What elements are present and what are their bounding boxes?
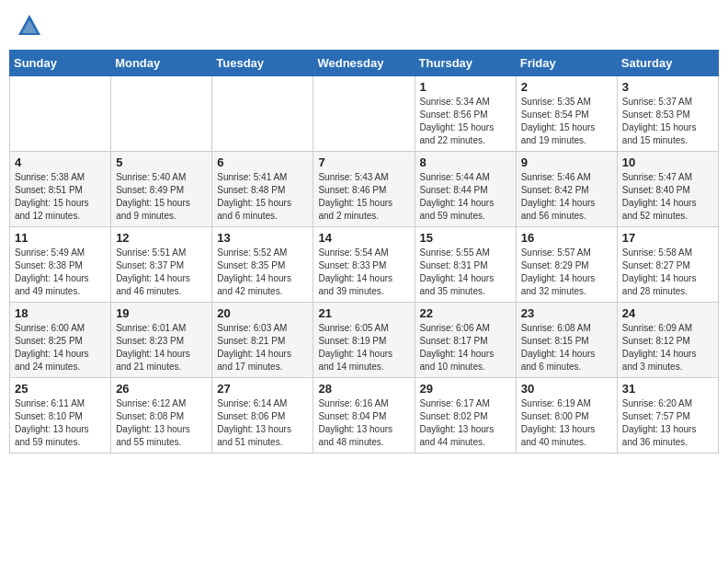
day-number: 24	[622, 306, 713, 320]
logo	[17, 13, 46, 39]
day-number: 14	[318, 231, 409, 245]
day-number: 2	[521, 80, 612, 94]
calendar-cell: 6Sunrise: 5:41 AM Sunset: 8:48 PM Daylig…	[212, 152, 313, 227]
calendar-cell: 27Sunrise: 6:14 AM Sunset: 8:06 PM Dayli…	[212, 378, 313, 454]
day-number: 17	[622, 231, 713, 245]
calendar-cell: 30Sunrise: 6:19 AM Sunset: 8:00 PM Dayli…	[516, 378, 617, 454]
day-number: 11	[15, 231, 106, 245]
day-info: Sunrise: 6:11 AM Sunset: 8:10 PM Dayligh…	[15, 397, 106, 449]
calendar-cell: 3Sunrise: 5:37 AM Sunset: 8:53 PM Daylig…	[617, 76, 718, 152]
day-number: 3	[622, 80, 713, 94]
day-number: 16	[521, 231, 612, 245]
day-number: 13	[217, 231, 308, 245]
day-info: Sunrise: 6:12 AM Sunset: 8:08 PM Dayligh…	[116, 397, 207, 449]
calendar-week-row: 11Sunrise: 5:49 AM Sunset: 8:38 PM Dayli…	[10, 227, 719, 303]
calendar-cell: 18Sunrise: 6:00 AM Sunset: 8:25 PM Dayli…	[10, 303, 111, 378]
calendar-body: 1Sunrise: 5:34 AM Sunset: 8:56 PM Daylig…	[10, 76, 719, 454]
day-number: 23	[521, 306, 612, 320]
day-info: Sunrise: 5:38 AM Sunset: 8:51 PM Dayligh…	[15, 171, 106, 223]
calendar-table: SundayMondayTuesdayWednesdayThursdayFrid…	[9, 50, 719, 454]
calendar-cell: 21Sunrise: 6:05 AM Sunset: 8:19 PM Dayli…	[313, 303, 415, 378]
calendar-cell: 10Sunrise: 5:47 AM Sunset: 8:40 PM Dayli…	[617, 152, 718, 227]
day-info: Sunrise: 6:08 AM Sunset: 8:15 PM Dayligh…	[521, 322, 612, 373]
calendar-cell: 26Sunrise: 6:12 AM Sunset: 8:08 PM Dayli…	[111, 378, 212, 454]
calendar-cell: 9Sunrise: 5:46 AM Sunset: 8:42 PM Daylig…	[516, 152, 617, 227]
day-info: Sunrise: 5:35 AM Sunset: 8:54 PM Dayligh…	[521, 96, 612, 147]
day-number: 1	[420, 80, 511, 94]
day-number: 10	[622, 155, 713, 169]
day-number: 6	[217, 155, 308, 169]
day-number: 26	[116, 382, 207, 396]
day-number: 30	[521, 382, 612, 396]
calendar-cell: 31Sunrise: 6:20 AM Sunset: 7:57 PM Dayli…	[617, 378, 718, 454]
calendar-cell: 25Sunrise: 6:11 AM Sunset: 8:10 PM Dayli…	[10, 378, 111, 454]
day-info: Sunrise: 5:37 AM Sunset: 8:53 PM Dayligh…	[622, 96, 713, 147]
calendar-cell: 19Sunrise: 6:01 AM Sunset: 8:23 PM Dayli…	[111, 303, 212, 378]
calendar-cell: 13Sunrise: 5:52 AM Sunset: 8:35 PM Dayli…	[212, 227, 313, 303]
day-number: 29	[420, 382, 511, 396]
calendar-cell	[313, 76, 415, 152]
calendar-cell: 14Sunrise: 5:54 AM Sunset: 8:33 PM Dayli…	[313, 227, 415, 303]
day-number: 19	[116, 306, 207, 320]
day-info: Sunrise: 5:57 AM Sunset: 8:29 PM Dayligh…	[521, 247, 612, 298]
calendar-cell	[212, 76, 313, 152]
day-number: 4	[15, 155, 106, 169]
calendar-week-row: 1Sunrise: 5:34 AM Sunset: 8:56 PM Daylig…	[10, 76, 719, 152]
day-number: 9	[521, 155, 612, 169]
calendar-cell: 17Sunrise: 5:58 AM Sunset: 8:27 PM Dayli…	[617, 227, 718, 303]
day-number: 7	[318, 155, 409, 169]
calendar-cell: 5Sunrise: 5:40 AM Sunset: 8:49 PM Daylig…	[111, 152, 212, 227]
calendar-cell: 4Sunrise: 5:38 AM Sunset: 8:51 PM Daylig…	[10, 152, 111, 227]
calendar-week-row: 25Sunrise: 6:11 AM Sunset: 8:10 PM Dayli…	[10, 378, 719, 454]
day-number: 31	[622, 382, 713, 396]
calendar-cell: 24Sunrise: 6:09 AM Sunset: 8:12 PM Dayli…	[617, 303, 718, 378]
day-info: Sunrise: 6:06 AM Sunset: 8:17 PM Dayligh…	[420, 322, 511, 373]
day-number: 27	[217, 382, 308, 396]
day-info: Sunrise: 6:09 AM Sunset: 8:12 PM Dayligh…	[622, 322, 713, 373]
day-number: 21	[318, 306, 409, 320]
calendar-cell: 1Sunrise: 5:34 AM Sunset: 8:56 PM Daylig…	[415, 76, 516, 152]
calendar-cell: 8Sunrise: 5:44 AM Sunset: 8:44 PM Daylig…	[415, 152, 516, 227]
day-info: Sunrise: 5:51 AM Sunset: 8:37 PM Dayligh…	[116, 247, 207, 298]
day-info: Sunrise: 5:54 AM Sunset: 8:33 PM Dayligh…	[318, 247, 409, 298]
day-number: 28	[318, 382, 409, 396]
day-info: Sunrise: 5:49 AM Sunset: 8:38 PM Dayligh…	[15, 247, 106, 298]
logo-icon	[17, 13, 42, 39]
days-of-week-row: SundayMondayTuesdayWednesdayThursdayFrid…	[10, 51, 719, 76]
calendar-cell: 23Sunrise: 6:08 AM Sunset: 8:15 PM Dayli…	[516, 303, 617, 378]
day-info: Sunrise: 6:03 AM Sunset: 8:21 PM Dayligh…	[217, 322, 308, 373]
calendar-cell: 16Sunrise: 5:57 AM Sunset: 8:29 PM Dayli…	[516, 227, 617, 303]
day-info: Sunrise: 5:44 AM Sunset: 8:44 PM Dayligh…	[420, 171, 511, 223]
day-number: 15	[420, 231, 511, 245]
day-number: 20	[217, 306, 308, 320]
calendar-cell: 20Sunrise: 6:03 AM Sunset: 8:21 PM Dayli…	[212, 303, 313, 378]
day-number: 5	[116, 155, 207, 169]
day-info: Sunrise: 6:01 AM Sunset: 8:23 PM Dayligh…	[116, 322, 207, 373]
day-info: Sunrise: 5:52 AM Sunset: 8:35 PM Dayligh…	[217, 247, 308, 298]
day-info: Sunrise: 5:46 AM Sunset: 8:42 PM Dayligh…	[521, 171, 612, 223]
day-of-week-header: Tuesday	[212, 51, 313, 76]
day-of-week-header: Sunday	[10, 51, 111, 76]
day-info: Sunrise: 5:47 AM Sunset: 8:40 PM Dayligh…	[622, 171, 713, 223]
day-number: 8	[420, 155, 511, 169]
day-info: Sunrise: 6:19 AM Sunset: 8:00 PM Dayligh…	[521, 397, 612, 449]
day-info: Sunrise: 6:17 AM Sunset: 8:02 PM Dayligh…	[420, 397, 511, 449]
calendar-cell: 2Sunrise: 5:35 AM Sunset: 8:54 PM Daylig…	[516, 76, 617, 152]
day-of-week-header: Monday	[111, 51, 212, 76]
day-info: Sunrise: 5:55 AM Sunset: 8:31 PM Dayligh…	[420, 247, 511, 298]
calendar-cell: 11Sunrise: 5:49 AM Sunset: 8:38 PM Dayli…	[10, 227, 111, 303]
day-info: Sunrise: 5:40 AM Sunset: 8:49 PM Dayligh…	[116, 171, 207, 223]
calendar-cell: 15Sunrise: 5:55 AM Sunset: 8:31 PM Dayli…	[415, 227, 516, 303]
day-info: Sunrise: 5:34 AM Sunset: 8:56 PM Dayligh…	[420, 96, 511, 147]
day-info: Sunrise: 5:41 AM Sunset: 8:48 PM Dayligh…	[217, 171, 308, 223]
page-header	[9, 9, 719, 42]
day-number: 18	[15, 306, 106, 320]
day-of-week-header: Friday	[516, 51, 617, 76]
day-info: Sunrise: 6:00 AM Sunset: 8:25 PM Dayligh…	[15, 322, 106, 373]
calendar-cell: 22Sunrise: 6:06 AM Sunset: 8:17 PM Dayli…	[415, 303, 516, 378]
day-info: Sunrise: 6:20 AM Sunset: 7:57 PM Dayligh…	[622, 397, 713, 449]
calendar-cell	[111, 76, 212, 152]
day-info: Sunrise: 6:16 AM Sunset: 8:04 PM Dayligh…	[318, 397, 409, 449]
calendar-cell: 29Sunrise: 6:17 AM Sunset: 8:02 PM Dayli…	[415, 378, 516, 454]
calendar-cell	[10, 76, 111, 152]
